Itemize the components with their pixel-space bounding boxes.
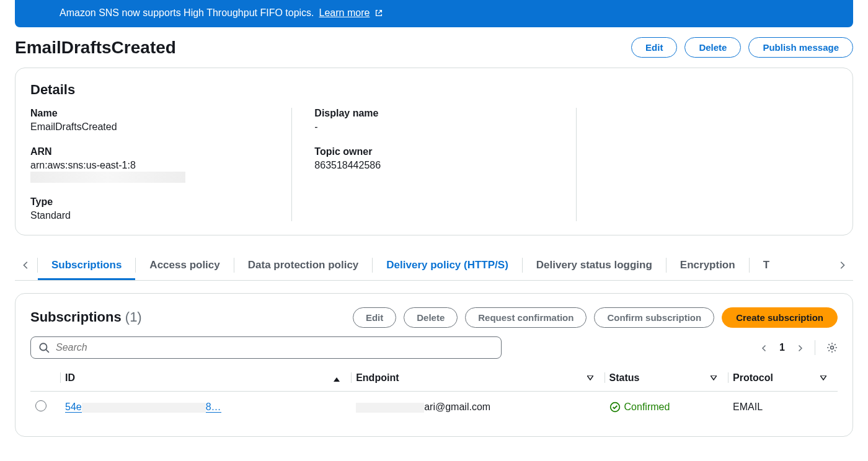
banner-learn-more-link[interactable]: Learn more [319, 7, 370, 19]
display-name-value: - [314, 121, 553, 133]
check-circle-icon [609, 402, 621, 413]
tabs: Subscriptions Access policy Data protect… [15, 250, 853, 281]
owner-label: Topic owner [314, 146, 553, 157]
col-endpoint[interactable]: Endpoint [351, 365, 604, 392]
page-title: EmailDraftsCreated [15, 38, 176, 58]
cell-status: Confirmed [604, 391, 728, 423]
tabs-scroll-left[interactable] [15, 261, 37, 270]
name-value: EmailDraftsCreated [30, 121, 269, 133]
row-select-radio[interactable] [35, 400, 46, 411]
table-row: 54e8… ari@gmail.com Confirmed EMAIL [30, 391, 838, 423]
tab-encryption[interactable]: Encryption [666, 250, 749, 280]
sort-icon [711, 375, 717, 382]
edit-button[interactable]: Edit [631, 37, 677, 58]
pagination: 1 [761, 340, 838, 355]
tab-more[interactable]: T [750, 250, 783, 280]
chevron-right-icon [796, 345, 804, 352]
search-box[interactable] [30, 336, 502, 359]
chevron-right-icon [838, 261, 846, 270]
tabs-scroll-right[interactable] [831, 261, 853, 270]
gear-icon [826, 342, 838, 353]
tab-subscriptions[interactable]: Subscriptions [38, 250, 135, 280]
endpoint-redacted [356, 403, 424, 413]
details-title: Details [30, 82, 838, 98]
id-redacted [82, 403, 206, 413]
header-actions: Edit Delete Publish message [631, 37, 853, 58]
sort-icon [587, 375, 593, 382]
cell-id: 54e8… [60, 391, 351, 423]
sort-asc-icon [334, 375, 340, 382]
sub-delete-button[interactable]: Delete [404, 307, 458, 328]
arn-value: arn:aws:sns:us-east-1:8 [30, 160, 269, 183]
tab-delivery-status[interactable]: Delivery status logging [523, 250, 666, 280]
col-status[interactable]: Status [604, 365, 728, 392]
arn-label: ARN [30, 146, 269, 157]
col-protocol[interactable]: Protocol [728, 365, 838, 392]
chevron-left-icon [761, 345, 768, 352]
create-subscription-button[interactable]: Create subscription [722, 307, 838, 328]
delete-button[interactable]: Delete [684, 37, 741, 58]
tab-delivery-policy[interactable]: Delivery policy (HTTP/S) [373, 250, 522, 280]
subscriptions-table: ID Endpoint Status Protocol 54e8… ari@gm… [30, 365, 838, 423]
svg-point-1 [831, 346, 834, 349]
name-label: Name [30, 108, 269, 119]
type-value: Standard [30, 210, 269, 221]
page-prev[interactable] [761, 343, 768, 353]
svg-point-0 [40, 343, 46, 350]
display-name-label: Display name [314, 108, 553, 119]
chevron-left-icon [22, 261, 30, 270]
subscriptions-panel: Subscriptions (1) Edit Delete Request co… [15, 293, 853, 437]
page-header: EmailDraftsCreated Edit Delete Publish m… [15, 37, 853, 58]
page-number: 1 [779, 342, 785, 353]
tab-access-policy[interactable]: Access policy [136, 250, 233, 280]
info-banner: Amazon SNS now supports High Throughput … [15, 0, 853, 27]
subscription-id-link[interactable]: 54e8… [65, 402, 221, 413]
request-confirmation-button[interactable]: Request confirmation [465, 307, 587, 328]
table-settings-button[interactable] [826, 342, 838, 353]
cell-protocol: EMAIL [728, 391, 838, 423]
arn-redacted [30, 172, 185, 183]
banner-text: Amazon SNS now supports High Throughput … [60, 7, 314, 19]
owner-value: 863518442586 [314, 160, 553, 171]
sort-icon [820, 375, 826, 382]
external-link-icon [374, 9, 383, 17]
tab-data-protection[interactable]: Data protection policy [234, 250, 373, 280]
search-input[interactable] [56, 342, 494, 353]
type-label: Type [30, 196, 269, 208]
publish-message-button[interactable]: Publish message [748, 37, 853, 58]
search-icon [38, 342, 50, 353]
sub-edit-button[interactable]: Edit [353, 307, 396, 328]
details-panel: Details Name EmailDraftsCreated ARN arn:… [15, 68, 853, 235]
cell-endpoint: ari@gmail.com [351, 391, 604, 423]
page-next[interactable] [796, 343, 804, 353]
subscriptions-title: Subscriptions (1) [30, 309, 142, 325]
col-id[interactable]: ID [60, 365, 351, 392]
confirm-subscription-button[interactable]: Confirm subscription [594, 307, 714, 328]
